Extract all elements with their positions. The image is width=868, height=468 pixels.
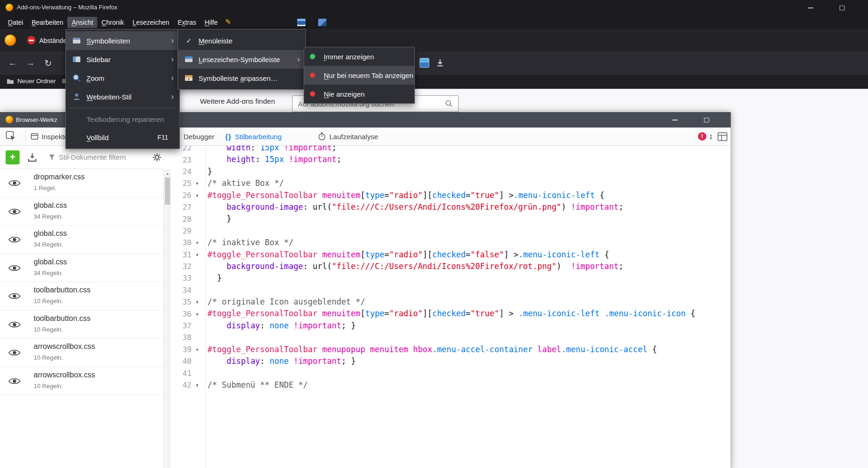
menu-item-menueleiste[interactable]: Menüleiste [178, 31, 306, 50]
tab-styleeditor[interactable]: Stilbearbeitung [225, 128, 282, 145]
menubar-item-datei[interactable]: Datei [4, 17, 28, 28]
gutter-line[interactable]: 24 [171, 166, 206, 177]
bookmarks-panel-icon[interactable] [420, 58, 429, 68]
menubar-item-bearbeiten[interactable]: Bearbeiten [28, 17, 68, 28]
visibility-eye-icon[interactable] [8, 264, 21, 274]
tab-inspector[interactable]: Inspektor [31, 128, 71, 145]
menubar-item-lesezeichen[interactable]: Lesezeichen [128, 17, 174, 28]
code-line[interactable]: height: 15px !important; [207, 154, 695, 165]
gutter-line[interactable]: 28 [171, 213, 206, 225]
code-line[interactable]: #toggle_PersonalToolbar menupopup menuit… [207, 344, 695, 355]
window-widget-icon[interactable] [318, 19, 327, 26]
options-gear-icon[interactable] [152, 153, 162, 164]
menubar-item-extras[interactable]: Extras [173, 17, 200, 28]
bookmark-folder-neuer-ordner[interactable]: Neuer Ordner [7, 78, 56, 85]
code-line[interactable]: /* inaktive Box */ [207, 237, 695, 248]
code-line[interactable] [207, 332, 695, 343]
tab-debugger[interactable]: Debugger [184, 128, 214, 145]
code-line[interactable]: /* aktive Box */ [207, 177, 695, 189]
gutter-line[interactable]: 40 [171, 355, 206, 367]
code-line[interactable] [207, 367, 695, 379]
code-line[interactable]: background-image: url("file:///C:/Users/… [207, 261, 695, 272]
download-icon[interactable] [435, 58, 445, 70]
gutter-line[interactable]: 35▾ [171, 296, 206, 308]
visibility-eye-icon[interactable] [8, 235, 21, 246]
stylesheet-list-item[interactable]: global.css34 Regeln. [0, 198, 164, 226]
code-line[interactable]: background-image: url("file:///C:/Users/… [207, 201, 695, 213]
menubar-item-hilfe[interactable]: Hilfe [200, 17, 222, 28]
code-line[interactable]: } [207, 166, 695, 177]
reload-button[interactable] [41, 57, 55, 69]
maximize-button[interactable] [834, 0, 850, 15]
gutter-line[interactable]: 41 [171, 367, 206, 379]
menubar-item-chronik[interactable]: Chronik [97, 17, 128, 28]
gutter-line[interactable]: 33 [171, 272, 206, 284]
gutter-line[interactable]: 23 [171, 154, 206, 165]
split-view-icon[interactable] [718, 132, 727, 143]
code-line[interactable]: display: none !important; } [207, 320, 695, 332]
filter-stylesheets-input[interactable]: Stil-Dokumente filtern [59, 153, 126, 161]
import-stylesheet-icon[interactable] [27, 153, 37, 164]
scrollbar-thumb[interactable] [165, 177, 170, 205]
code-line[interactable]: #toggle_PersonalToolbar menuitem[type="r… [207, 249, 695, 261]
gutter-line[interactable]: 25▾ [171, 177, 206, 189]
menu-item-symbolleiste-anpassen[interactable]: Symbolleiste anpassen… [178, 69, 306, 87]
devtools-minimize-button[interactable] [667, 112, 683, 128]
menu-item-webseiten-stil[interactable]: Webseiten-Stil [66, 87, 179, 106]
menu-item-vollbild[interactable]: Vollbild F11 [66, 128, 179, 147]
gutter-line[interactable]: 26▾ [171, 190, 206, 201]
gutter-line[interactable]: 30▾ [171, 237, 206, 248]
visibility-eye-icon[interactable] [8, 348, 21, 359]
code-line[interactable]: #toggle_PersonalToolbar menuitem[type="r… [207, 308, 695, 319]
gutter-line[interactable]: 32 [171, 261, 206, 272]
gutter-line[interactable]: 38 [171, 332, 206, 343]
code-line[interactable] [207, 225, 695, 237]
code-line[interactable]: /* originale Icon ausgeblendet */ [207, 296, 695, 308]
code-line[interactable]: width: 15px !important; [207, 146, 695, 154]
minimize-button[interactable] [803, 0, 818, 15]
stylesheet-list-item[interactable]: dropmarker.css1 Regel. [0, 169, 164, 198]
stylesheet-list-item[interactable]: toolbarbutton.css10 Regeln. [0, 282, 164, 311]
list-scrollbar[interactable] [164, 169, 171, 468]
menu-item-symbolleisten[interactable]: Symbolleisten [66, 31, 179, 50]
menu-item-zoom[interactable]: Zoom [66, 69, 179, 87]
gutter-line[interactable]: 39▾ [171, 344, 206, 355]
code-line[interactable]: } [207, 272, 695, 284]
visibility-eye-icon[interactable] [8, 292, 21, 302]
gutter-line[interactable]: 29 [171, 225, 206, 237]
code-line[interactable] [207, 284, 695, 296]
error-badge-icon[interactable] [698, 132, 706, 141]
visibility-eye-icon[interactable] [8, 179, 21, 189]
stylesheet-list-item[interactable]: arrowscrollbox.css10 Regeln. [0, 339, 164, 367]
menu-item-nur-bei-neuem-tab[interactable]: Nur bei neuem Tab anzeigen [304, 66, 414, 85]
menubar-item-ansicht[interactable]: Ansicht [67, 17, 97, 28]
pen-icon[interactable] [225, 18, 231, 26]
stylesheet-list-item[interactable]: global.css34 Regeln. [0, 254, 164, 283]
code-line[interactable]: #toggle_PersonalToolbar menuitem[type="r… [207, 190, 695, 201]
tab-abstaende[interactable]: Abstände [39, 37, 67, 44]
scroll-up-icon[interactable] [164, 170, 171, 177]
stylesheet-list-item[interactable]: global.css34 Regeln. [0, 226, 164, 254]
gutter-line[interactable]: 27 [171, 201, 206, 213]
menu-item-nie-anzeigen[interactable]: Nie anzeigen [304, 85, 414, 103]
gutter-line[interactable]: 31▾ [171, 249, 206, 261]
menu-item-immer-anzeigen[interactable]: Immer anzeigen [304, 47, 414, 66]
firefox-menu-button[interactable] [5, 35, 16, 46]
menu-item-lesezeichen-symbolleiste[interactable]: Lesezeichen-Symbolleiste [178, 50, 306, 69]
devtools-maximize-button[interactable] [698, 112, 714, 128]
menu-item-sidebar[interactable]: Sidebar [66, 50, 179, 69]
visibility-eye-icon[interactable] [8, 377, 21, 387]
visibility-eye-icon[interactable] [8, 207, 21, 218]
forward-button[interactable] [23, 57, 37, 69]
gutter-line[interactable]: 42▾ [171, 379, 206, 391]
code-line[interactable]: /* Submenü ** ENDE */ [207, 379, 695, 391]
new-stylesheet-button[interactable] [6, 150, 20, 164]
visibility-eye-icon[interactable] [8, 320, 21, 331]
gutter-line[interactable]: 37 [171, 320, 206, 332]
gutter-line[interactable]: 36▾ [171, 308, 206, 319]
tab-performance[interactable]: Laufzeitanalyse [318, 128, 378, 145]
pick-element-button[interactable] [6, 131, 17, 144]
back-button[interactable] [6, 57, 20, 69]
gutter-line[interactable]: 34 [171, 284, 206, 296]
code-line[interactable]: display: none !important; } [207, 355, 695, 367]
